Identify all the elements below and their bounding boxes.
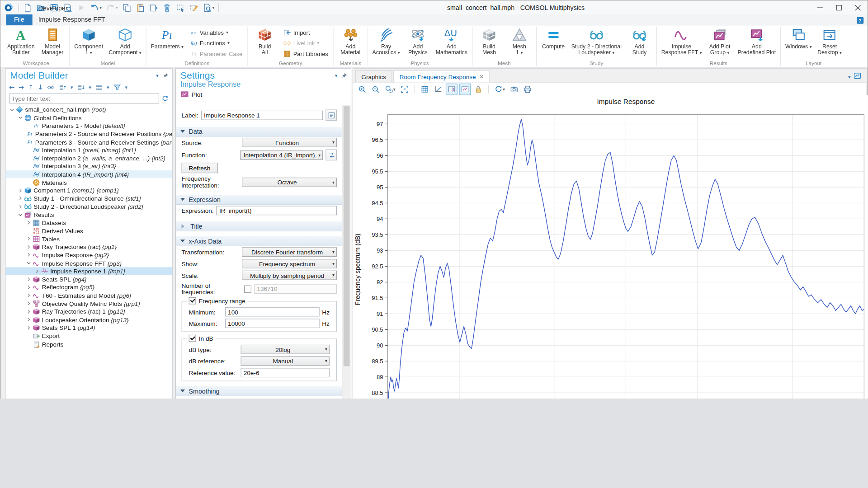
show-grid-button[interactable]	[419, 83, 431, 95]
refresh-button[interactable]: Refresh	[182, 163, 218, 173]
close-button[interactable]	[849, 0, 868, 14]
tree-item[interactable]: Tables	[5, 235, 172, 243]
expander-icon[interactable]	[34, 269, 40, 274]
maximize-button[interactable]	[830, 0, 849, 14]
plot-button[interactable]: Plot	[192, 91, 202, 98]
pin-icon[interactable]	[341, 72, 348, 79]
import-button[interactable]: Import	[281, 27, 330, 38]
back-icon[interactable]: ←	[9, 84, 14, 91]
tree-item[interactable]: Impulse Response FFT {pg3}	[5, 259, 172, 267]
ribbon-tab-impulse-response-fft[interactable]: Impulse Response FFT	[32, 14, 111, 25]
component-1-button[interactable]: Component1 ▾	[71, 27, 106, 60]
expander-icon[interactable]	[17, 115, 24, 120]
expand-descending-icon[interactable]	[77, 84, 85, 91]
section-title[interactable]: Title	[176, 221, 342, 231]
in-db-checkbox[interactable]	[189, 335, 196, 342]
tree-item[interactable]: Study 2 - Directional Loudspeaker {std2}	[5, 202, 172, 211]
new-button[interactable]	[21, 2, 33, 13]
tree-item[interactable]: PıParameters 2 - Source and Receiver Pos…	[5, 130, 172, 138]
chevron-down-icon[interactable]: ▾	[848, 74, 851, 80]
expander-icon[interactable]	[17, 204, 24, 209]
add-mathematics-button[interactable]: ΔUAddMathematics	[433, 27, 470, 60]
expander-icon[interactable]	[26, 325, 32, 330]
add-plot-group-button[interactable]: Add PlotGroup ▾	[705, 27, 735, 60]
scrollbar-thumb[interactable]	[344, 106, 350, 366]
move-down-icon[interactable]: ↓	[38, 84, 43, 91]
chevron-down-icon[interactable]: ▾	[107, 84, 109, 90]
livelink-button[interactable]: LiveLink▾	[281, 38, 330, 48]
ribbon-tab-developer[interactable]: Developer	[32, 3, 111, 14]
mesh-1-button[interactable]: Mesh1 ▾	[504, 27, 534, 60]
tree-item[interactable]: Interpolation 4 (IR_import) {int4}	[5, 170, 172, 178]
zoom-extents-button[interactable]	[399, 83, 410, 95]
tree-item[interactable]: Reflectogram {pg5}	[5, 283, 172, 291]
functions-button[interactable]: f(x)Functions▾	[188, 38, 245, 48]
chevron-down-icon[interactable]: ▾	[125, 84, 128, 90]
copy-button[interactable]	[121, 2, 133, 13]
move-up-icon[interactable]: ↑	[28, 84, 33, 91]
application-builder-button[interactable]: AApplicationBuilder	[5, 27, 38, 60]
compute-button[interactable]: Compute	[538, 27, 569, 60]
properties-button[interactable]	[326, 109, 337, 120]
show-select[interactable]: Frequency spectrum▾	[242, 259, 337, 268]
tree-item[interactable]: Interpolation 1 (preal, pimag) {int1}	[5, 146, 172, 154]
maximum-input[interactable]	[225, 319, 319, 328]
plot-settings-button[interactable]	[459, 83, 471, 95]
tree-item[interactable]: small_concert_hall.mph (root)	[5, 106, 172, 114]
add-predefined-plot-button[interactable]: AddPredefined Plot	[735, 27, 778, 60]
zoom-box-button[interactable]: ▾	[383, 83, 397, 95]
filter-input[interactable]	[9, 94, 159, 103]
section-smoothing[interactable]: Smoothing	[176, 385, 342, 396]
function-select[interactable]: Interpolation 4 (IR_import) (▾	[240, 150, 323, 160]
help-icon[interactable]: ?	[856, 17, 864, 24]
image-snapshot-button[interactable]	[508, 83, 520, 95]
tree-item[interactable]: Interpolation 2 (a_walls, a_entrance, ..…	[5, 154, 172, 162]
show-legends-button[interactable]	[446, 83, 458, 95]
chevron-down-icon[interactable]: ▾	[335, 73, 338, 79]
ray-acoustics-button[interactable]: RayAcoustics ▾	[369, 27, 403, 60]
expander-icon[interactable]	[17, 196, 24, 201]
forward-icon[interactable]: →	[19, 84, 24, 91]
expander-icon[interactable]	[26, 301, 32, 306]
expand-ascending-icon[interactable]	[59, 84, 66, 91]
transformation-select[interactable]: Discrete Fourier transform▾	[242, 247, 337, 257]
plot-info-icon[interactable]	[854, 72, 861, 80]
tree-item[interactable]: Reports	[5, 340, 172, 348]
chevron-down-icon[interactable]: ▾	[156, 73, 159, 79]
tree-item[interactable]: Study 1 - Omnidirectional Source {std1}	[5, 194, 172, 202]
windows-button[interactable]: Windows ▾	[783, 27, 815, 60]
scale-select[interactable]: Multiply by sampling period▾	[242, 271, 337, 280]
minimize-button[interactable]	[811, 0, 830, 14]
db-type-select[interactable]: 20log▾	[241, 345, 330, 354]
add-material-button[interactable]: AddMaterial	[335, 27, 366, 60]
db-reference-select[interactable]: Manual▾	[241, 357, 330, 366]
frequency-range-checkbox[interactable]	[189, 297, 196, 305]
expander-icon[interactable]	[26, 277, 32, 282]
parameter-case-button[interactable]: PıParameter Case	[188, 48, 245, 59]
expander-icon[interactable]	[17, 212, 24, 217]
expander-icon[interactable]	[26, 261, 32, 266]
delete-button[interactable]	[161, 2, 173, 13]
reference-value-input[interactable]	[241, 368, 330, 377]
add-study-button[interactable]: AddStudy	[624, 27, 655, 60]
duplicate-button[interactable]	[147, 2, 160, 13]
add-component-button[interactable]: AddComponent ▾	[106, 27, 144, 60]
tree-item[interactable]: Materials	[5, 178, 172, 187]
label-input[interactable]	[201, 110, 323, 120]
chevron-down-icon[interactable]: ▾	[89, 84, 91, 90]
tree-item[interactable]: T60 - Estimates and Model {pg6}	[5, 291, 172, 300]
tree-item[interactable]: Interpolation 3 (a_air) {int3}	[5, 162, 172, 170]
tree-item[interactable]: Loudspeaker Orientation {pg13}	[5, 316, 172, 324]
tree-item[interactable]: PıParameters 1 - Model {default}	[5, 122, 172, 130]
build-all-button[interactable]: BuildAll	[250, 27, 280, 60]
expander-icon[interactable]	[26, 236, 32, 241]
expander-icon[interactable]	[26, 244, 32, 249]
find-button[interactable]: ▾	[201, 2, 216, 13]
lock-axes-button[interactable]	[472, 83, 484, 95]
minimum-input[interactable]	[225, 307, 319, 317]
section-expression[interactable]: Expression	[176, 194, 342, 205]
close-icon[interactable]: ✕	[479, 74, 484, 80]
expander-icon[interactable]	[26, 317, 32, 322]
reset-desktop-button[interactable]: ResetDesktop ▾	[815, 27, 845, 60]
impulse-response-fft-button[interactable]: ImpulseResponse FFT ▾	[658, 27, 704, 60]
